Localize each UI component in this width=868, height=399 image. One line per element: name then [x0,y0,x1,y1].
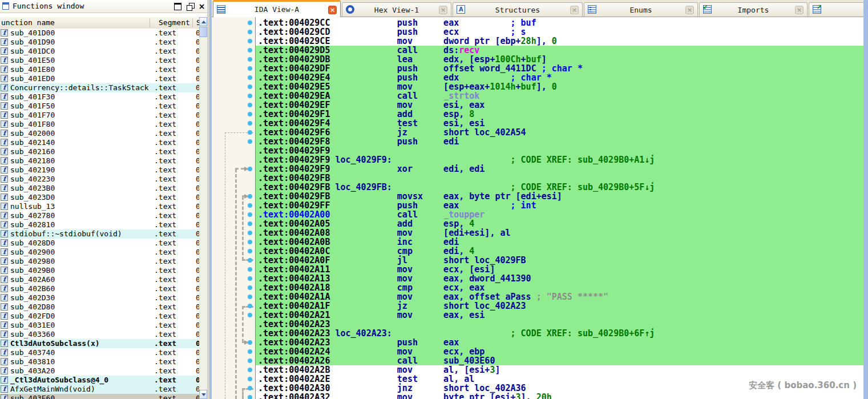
function-row[interactable]: fsub_401D00.text0 [0,29,199,38]
function-row[interactable]: fsub_402230.text0 [0,175,199,184]
disasm-line[interactable]: .text:004029FB [256,174,866,183]
disasm-line[interactable]: .text:004029F8 push edi [256,137,866,146]
tab-close-icon[interactable]: × [795,6,804,14]
function-row[interactable]: fsub_402FD0.text0 [0,312,199,321]
function-row[interactable]: fsub_401E80.text0 [0,65,199,74]
function-row[interactable]: fsub_402140.text0 [0,138,199,147]
function-row[interactable]: fsub_401DC0.text0 [0,47,199,56]
function-row[interactable]: fsub_402D80.text0 [0,303,199,312]
function-row[interactable]: fsub_402D30.text0 [0,293,199,303]
disasm-line[interactable]: .text:004029CE mov dword ptr [ebp+28h], … [256,37,866,46]
function-row[interactable]: fsub_402810.text0 [0,220,199,229]
function-row[interactable]: fnullsub_13.text0 [0,202,199,211]
function-row[interactable]: fsub_402980.text0 [0,257,199,266]
function-row[interactable]: fsub_4023D0.text0 [0,193,199,202]
function-row[interactable]: fsub_402190.text0 [0,166,199,175]
disasm-line[interactable]: .text:00402A11 mov ecx, [esi] [256,265,866,274]
scrollbar-thumb[interactable] [199,27,207,37]
disasm-line[interactable]: .text:00402A26 call sub_403E60 [256,356,866,365]
disasm-line[interactable]: .text:004029FF push eax ; int [256,201,866,210]
tab-close-icon[interactable]: × [685,6,694,14]
disasm-line[interactable]: .text:00402A21 mov eax, esi [256,311,866,320]
function-row[interactable]: fsub_402B60.text0 [0,284,199,293]
function-row[interactable]: fsub_402900.text0 [0,248,199,257]
function-row[interactable]: fAfxGetMainWnd(void).text0 [0,385,199,394]
function-row[interactable]: fsub_401D90.text0 [0,38,199,47]
disasm-line[interactable]: .text:004029F9 [256,146,866,155]
tab-close-icon[interactable]: × [570,6,579,14]
function-row[interactable]: fsub_402160.text0 [0,147,199,156]
function-row[interactable]: fsub_403740.text0 [0,348,199,357]
scroll-up-icon[interactable] [199,17,207,26]
disasm-line[interactable]: .text:004029F4 test esi, esi [256,119,866,128]
function-row[interactable]: fsub_401F30.text0 [0,92,199,102]
disasm-line[interactable]: .text:00402A08 mov [edi+esi], al [256,228,866,237]
column-header-name[interactable]: unction name [1,18,55,27]
tab-exports[interactable] [809,2,866,17]
disasm-line[interactable]: .text:00402A2B mov al, [esi+3] [256,365,866,374]
disasm-line[interactable]: .text:004029FB loc_4029FB: ; CODE XREF: … [256,183,866,192]
float-window-icon[interactable] [187,3,194,10]
functions-scrollbar[interactable] [199,17,207,399]
function-row[interactable]: fCtl3dAutoSubclass(x).text0 [0,339,199,348]
tab-hex-view-1[interactable]: Hex View-1× [342,2,451,17]
function-row[interactable]: fsub_402A60.text0 [0,275,199,284]
disasm-line[interactable]: .text:00402A05 add esp, 4 [256,219,866,228]
disasm-line[interactable]: .text:004029E5 mov [esp+eax+1014h+buf], … [256,82,866,91]
disasm-line[interactable]: .text:004029DB lea edx, [esp+100Ch+buf] [256,55,866,64]
disasm-line[interactable]: .text:00402A0C cmp edi, 4 [256,247,866,256]
disasm-line[interactable]: .text:004029CC push eax ; buf [256,18,866,27]
function-row[interactable]: fsub_401E50.text0 [0,56,199,65]
disasm-line[interactable]: .text:00402A00 call _toupper [256,210,866,219]
function-row[interactable]: fsub_401F80.text0 [0,120,199,129]
disasm-line[interactable]: .text:004029CD push ecx ; s [256,27,866,37]
function-row[interactable]: fsub_4031E0.text0 [0,321,199,330]
tab-structures[interactable]: Structures× [453,2,583,17]
disasm-line[interactable]: .text:00402A24 mov ecx, ebp [256,347,866,356]
function-row[interactable]: fsub_401F70.text0 [0,111,199,120]
disasm-line[interactable]: .text:004029F1 add esp, 8 [256,110,866,119]
disasm-line[interactable]: .text:00402A0B inc edi [256,237,866,247]
function-row[interactable]: fstdiobuf::~stdiobuf(void).text0 [0,229,199,239]
column-header-segment[interactable]: Segment [159,18,190,27]
disasm-line[interactable]: .text:00402A23 [256,320,866,329]
disasm-line[interactable]: .text:00402A18 cmp ecx, eax [256,283,866,292]
function-row[interactable]: fsub_402000.text0 [0,129,199,138]
tab-ida-view-a[interactable]: IDA View-A× [213,0,341,17]
disasm-line[interactable]: .text:004029F9 loc_4029F9: ; CODE XREF: … [256,155,866,164]
close-icon[interactable]: × [198,3,205,10]
disasm-line[interactable]: .text:004029DF push offset word_4411DC ;… [256,64,866,73]
disasm-line[interactable]: .text:00402A23 loc_402A23: ; CODE XREF: … [256,329,866,338]
disasm-line[interactable]: .text:004029F9 xor edi, edi [256,164,866,174]
disasm-line[interactable]: .text:004029FB movsx eax, byte ptr [edi+… [256,192,866,201]
disasm-line[interactable]: .text:00402A0F jl short loc_4029FB [256,256,866,265]
tab-imports[interactable]: Imports× [699,2,808,17]
function-row[interactable]: f_Ctl3dAutoSubclass@4_0.text0 [0,376,199,385]
tab-enums[interactable]: Enums× [584,2,698,17]
function-row[interactable]: fsub_401ED0.text0 [0,74,199,83]
function-row[interactable]: fsub_403E60.text0 [0,394,199,399]
function-row[interactable]: fsub_4029B0.text0 [0,266,199,275]
functions-window-titlebar[interactable]: Functions window × [0,0,207,13]
disasm-line[interactable]: .text:00402A23 push eax [256,338,866,347]
scroll-down-icon[interactable] [199,390,207,399]
disasm-line[interactable]: .text:00402A32 mov byte ptr [esi+3], 20h [256,393,866,399]
function-row[interactable]: fsub_403360.text0 [0,330,199,339]
function-row[interactable]: fsub_403A20.text0 [0,366,199,376]
function-row[interactable]: fsub_4028D0.text0 [0,239,199,248]
disasm-line[interactable]: .text:004029EF mov esi, eax [256,100,866,110]
disasm-line[interactable]: .text:00402A1A mov eax, offset aPass ; "… [256,292,866,301]
tab-close-icon[interactable]: × [439,6,447,14]
disasm-line[interactable]: .text:004029E4 push edx ; char * [256,73,866,82]
function-row[interactable]: fsub_4023B0.text0 [0,184,199,193]
function-row[interactable]: fsub_402780.text0 [0,211,199,220]
function-row[interactable]: fsub_402180.text0 [0,156,199,166]
disasm-line[interactable]: .text:004029EA call _strtok [256,91,866,100]
function-row[interactable]: fsub_401F50.text0 [0,102,199,111]
function-row[interactable]: fsub_403810.text0 [0,357,199,366]
tab-close-icon[interactable]: × [328,6,337,14]
disasm-line[interactable]: .text:004029F6 jz short loc_402A54 [256,128,866,137]
maximize-icon[interactable] [174,3,181,10]
column-separator[interactable] [192,18,193,27]
column-separator[interactable] [150,18,150,27]
